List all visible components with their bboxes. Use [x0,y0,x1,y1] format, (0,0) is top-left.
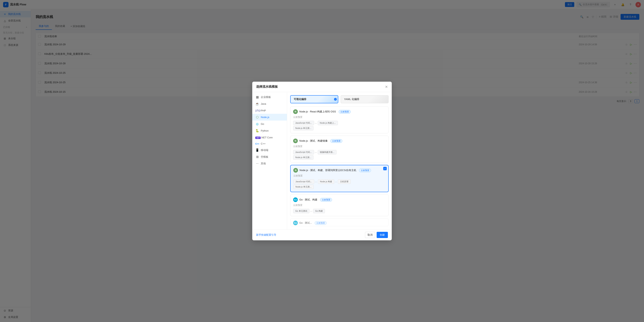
card3-icon: N [293,168,298,173]
other-icon: ··· [255,162,259,165]
pipeline-node: Node.js 单元测... [293,126,314,131]
create-button[interactable]: 创建 [377,232,388,238]
card1-header: N Node.js · React 构建上传到 OSS 云效预置 [293,109,386,114]
template-card-4[interactable]: Go Go · 测试、构建 云效预置 云效预置 Go 单元测试 — Go 构建 [290,194,389,216]
modal-sidebar: ▦ 企业模板 ☕ Java php PHP ⬡ Node.js ◎ Go [252,92,287,229]
modal-close-button[interactable]: ✕ [385,85,388,89]
nodejs-icon: ⬡ [255,115,259,119]
template-card-1[interactable]: N Node.js · React 构建上传到 OSS 云效预置 云效预置 Ja… [290,106,389,133]
arrow-icon: — [335,180,337,183]
card2-icon: N [293,139,298,143]
card2-pipeline: JavaScript 代码... — 镜像构建并推... Node.js 单元测… [293,150,386,160]
card3-title: Node.js · 测试、构建、部署到阿里云ECS/自有主机 [300,168,356,172]
modal-sidebar-label: Node.js [261,116,269,119]
arrow-icon: — [315,151,317,154]
modal-sidebar-label: C++ [261,142,266,145]
visual-tab-check: ✓ [334,98,337,101]
modal-sidebar-python[interactable]: 🐍 Python [252,127,287,134]
python-icon: 🐍 [255,129,259,133]
modal-sidebar-other[interactable]: ··· 其他 [252,160,287,167]
modal-sidebar-label: PHP [261,109,266,112]
php-icon: php [255,109,259,112]
pipeline-branch: JavaScript 代码... — 镜像构建并推... Node.js 单元测… [293,150,336,160]
modal-overlay: 选择流水线模板 ✕ ▦ 企业模板 ☕ Java php PHP [0,0,644,322]
card4-icon: Go [293,197,298,202]
java-icon: ☕ [255,102,259,106]
template-card-3[interactable]: ✓ N Node.js · 测试、构建、部署到阿里云ECS/自有主机 云效预置 … [290,165,389,192]
template-card-2[interactable]: N Node.js · 测试、构建镜像 云效预置 云效预置 JavaScript… [290,136,389,162]
card4-pipeline: Go 单元测试 — Go 构建 [293,209,386,213]
card1-tag: 云效预置 [339,110,351,114]
cpp-icon: C++ [255,143,259,145]
modal-sidebar-label: Java [261,102,266,105]
modal-footer: 新手快速配置引导 取消 创建 [252,229,392,240]
modal-sidebar-label: 移动端 [261,149,268,152]
card-partial-tag: 云效预置 [315,221,327,225]
pipeline-branch-bottom: Node.js 单元测... [293,126,338,131]
arrow-icon: — [315,180,317,183]
modal-sidebar-mobile[interactable]: 📱 移动端 [252,147,287,154]
card3-header: N Node.js · 测试、构建、部署到阿里云ECS/自有主机 云效预置 [293,168,386,173]
template-modal: 选择流水线模板 ✕ ▦ 企业模板 ☕ Java php PHP [252,82,392,240]
card3-subtitle: 云效预置 [293,174,386,177]
modal-sidebar-empty[interactable]: ⊞ 空模板 [252,154,287,160]
pipeline-branch: JavaScript 代码... — Node.js 构建 — 主机部署 Nod… [293,179,351,189]
pipeline-branch: JavaScript 代码... — Node.js 构建上... Node.j… [293,121,338,131]
modal-sidebar-label: 空模板 [261,155,268,159]
modal-sidebar-go[interactable]: ◎ Go [252,121,287,127]
pipeline-node: Node.js 构建 [318,179,334,184]
card1-title: Node.js · React 构建上传到 OSS [299,110,336,113]
cancel-button[interactable]: 取消 [365,232,375,238]
modal-sidebar-label: 其他 [261,162,266,165]
modal-sidebar-nodejs[interactable]: ⬡ Node.js [252,114,287,121]
card-partial-title: Go · 测试... [299,221,312,225]
pipeline-node: 主机部署 [338,179,351,184]
card1-pipeline: JavaScript 代码... — Node.js 构建上... Node.j… [293,121,386,131]
modal-sidebar-php[interactable]: php PHP [252,107,287,114]
guide-link[interactable]: 新手快速配置引导 [256,233,276,237]
card2-tag: 云效预置 [330,139,342,143]
card4-tag: 云效预置 [320,198,332,202]
card3-tag: 云效预置 [359,168,371,172]
mobile-icon: 📱 [255,148,259,152]
modal-sidebar-dotnet[interactable]: .NET .NET Core [252,134,287,141]
template-tab-yaml[interactable]: YAML 化编排 [340,95,389,103]
modal-footer-buttons: 取消 创建 [365,232,388,238]
pipeline-branch-bottom: Node.js 单元测... [293,155,336,160]
pipeline-row: Go 单元测试 — Go 构建 [293,209,325,213]
card4-subtitle: 云效预置 [293,204,386,207]
enterprise-icon: ▦ [255,95,259,99]
template-card-partial: Go Go · 测试... 云效预置 [290,218,389,226]
modal-sidebar-label: Python [261,129,268,132]
card1-icon: N [293,109,298,114]
modal-title: 选择流水线模板 [256,85,278,89]
modal-sidebar-java[interactable]: ☕ Java [252,100,287,107]
pipeline-node: JavaScript 代码... [293,121,314,125]
visual-tab-label: 可视化编排 [294,98,306,101]
pipeline-branch-top: JavaScript 代码... — 镜像构建并推... [293,150,336,155]
go-icon: ◎ [255,122,259,126]
modal-sidebar-enterprise[interactable]: ▦ 企业模板 [252,94,287,100]
pipeline-node: JavaScript 代码... [293,179,314,184]
template-tab-visual[interactable]: 可视化编排 ✓ [290,95,338,103]
card4-header: Go Go · 测试、构建 云效预置 [293,197,386,202]
arrow-icon: — [315,122,317,124]
modal-sidebar-label: Go [261,123,264,125]
card2-subtitle: 云效预置 [293,145,386,148]
card1-subtitle: 云效预置 [293,116,386,119]
pipeline-row1: JavaScript 代码... — Node.js 构建 — 主机部署 [293,179,351,184]
modal-sidebar-label: .NET Core [261,136,272,139]
template-tabs: 可视化编排 ✓ YAML 化编排 [290,95,389,103]
pipeline-node: 镜像构建并推... [318,150,336,155]
modal-sidebar-label: 企业模板 [261,95,271,99]
pipeline-row2: Node.js 单元测... [293,185,351,189]
yaml-tab-label: YAML 化编排 [344,98,359,101]
pipeline-node: Go 构建 [313,209,325,213]
card2-title: Node.js · 测试、构建镜像 [299,139,328,143]
pipeline-node: Node.js 构建上... [318,121,338,125]
pipeline-node: Node.js 单元测... [293,155,314,160]
modal-sidebar-cpp[interactable]: C++ C++ [252,141,287,147]
pipeline-branch-top: JavaScript 代码... — Node.js 构建上... [293,121,338,125]
card2-header: N Node.js · 测试、构建镜像 云效预置 [293,139,386,143]
card-partial-icon: Go [293,221,298,225]
